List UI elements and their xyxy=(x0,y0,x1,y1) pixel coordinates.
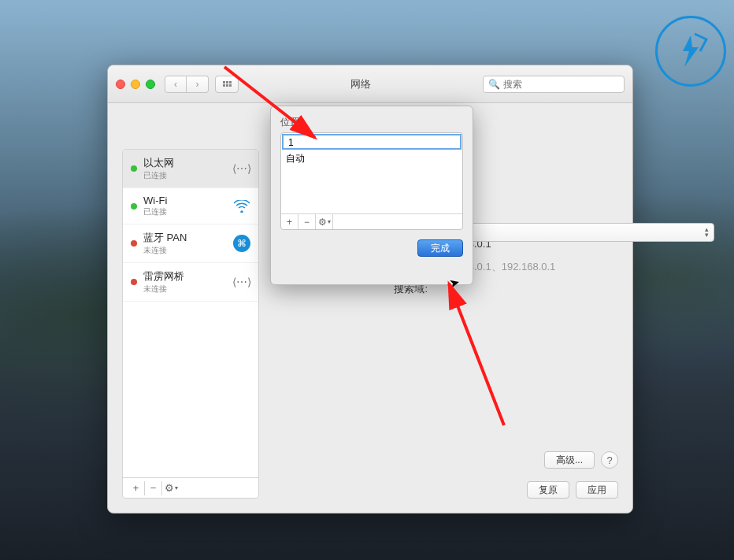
search-input[interactable] xyxy=(503,79,621,90)
add-network-button[interactable]: + xyxy=(128,481,145,495)
done-button[interactable]: 完成 xyxy=(417,239,463,257)
location-list-label: 位置 xyxy=(280,116,463,129)
back-button[interactable]: ‹ xyxy=(165,76,187,93)
network-status: 已连接 xyxy=(143,170,227,181)
grid-icon xyxy=(223,81,232,87)
status-dot-icon xyxy=(131,203,137,210)
status-dot-icon xyxy=(131,165,137,172)
sidebar-footer: + − ⚙▾ xyxy=(123,477,258,498)
location-popover: 位置 自动 + − ⚙▾ 完成 xyxy=(270,106,473,285)
remove-network-button[interactable]: − xyxy=(145,481,162,495)
window-title: 网络 xyxy=(239,77,483,91)
location-item[interactable]: 自动 xyxy=(281,150,462,166)
revert-button[interactable]: 复原 xyxy=(527,481,569,499)
chevron-down-icon: ▾ xyxy=(175,484,178,491)
network-name: 以太网 xyxy=(143,156,227,170)
chevron-down-icon: ▾ xyxy=(328,218,331,225)
add-location-button[interactable]: + xyxy=(281,214,298,229)
remove-location-button[interactable]: − xyxy=(298,214,316,229)
search-icon: 🔍 xyxy=(488,79,500,90)
network-name: Wi-Fi xyxy=(143,195,227,206)
wifi-icon xyxy=(233,198,250,215)
forward-button[interactable]: › xyxy=(187,76,209,93)
apply-button[interactable]: 应用 xyxy=(576,481,618,499)
gear-icon: ⚙ xyxy=(318,217,327,228)
thunderbolt-icon: ⟨⋯⟩ xyxy=(233,273,250,291)
network-sidebar: 以太网 已连接 ⟨⋯⟩ Wi-Fi 已连接 xyxy=(122,149,259,499)
help-button[interactable]: ? xyxy=(601,451,618,469)
ethernet-icon: ⟨⋯⟩ xyxy=(233,160,250,177)
close-button[interactable] xyxy=(116,80,125,89)
location-list-footer: + − ⚙▾ xyxy=(281,213,462,229)
network-name: 雷雳网桥 xyxy=(143,269,227,284)
location-list: 自动 + − ⚙▾ xyxy=(280,132,463,230)
network-status: 未连接 xyxy=(143,284,227,295)
sidebar-item-bluetooth-pan[interactable]: 蓝牙 PAN 未连接 ⌘ xyxy=(123,224,258,263)
stepper-arrows-icon: ▴▾ xyxy=(705,227,709,238)
traffic-lights xyxy=(116,80,155,89)
advanced-button[interactable]: 高级... xyxy=(544,451,595,469)
status-dot-icon xyxy=(131,240,137,247)
zoom-button[interactable] xyxy=(146,80,155,89)
network-list: 以太网 已连接 ⟨⋯⟩ Wi-Fi 已连接 xyxy=(123,150,258,477)
location-item-editing[interactable] xyxy=(282,134,462,150)
network-name: 蓝牙 PAN xyxy=(143,231,227,245)
status-dot-icon xyxy=(131,279,137,285)
gear-icon: ⚙ xyxy=(165,482,174,494)
location-name-input[interactable] xyxy=(288,137,455,148)
search-field[interactable]: 🔍 xyxy=(483,76,625,93)
nav-buttons: ‹ › xyxy=(165,76,209,93)
location-actions-button[interactable]: ⚙▾ xyxy=(316,214,333,229)
bluetooth-icon: ⌘ xyxy=(233,235,250,252)
sidebar-item-wifi[interactable]: Wi-Fi 已连接 xyxy=(123,188,258,224)
minimize-button[interactable] xyxy=(131,80,140,89)
network-actions-button[interactable]: ⚙▾ xyxy=(162,481,180,495)
show-all-button[interactable] xyxy=(215,76,239,93)
titlebar: ‹ › 网络 🔍 xyxy=(108,65,632,103)
watermark-logo xyxy=(655,16,726,87)
network-status: 未连接 xyxy=(143,245,227,256)
sidebar-item-thunderbolt-bridge[interactable]: 雷雳网桥 未连接 ⟨⋯⟩ xyxy=(123,263,258,302)
network-status: 已连接 xyxy=(143,206,227,217)
sidebar-item-ethernet[interactable]: 以太网 已连接 ⟨⋯⟩ xyxy=(123,150,258,188)
